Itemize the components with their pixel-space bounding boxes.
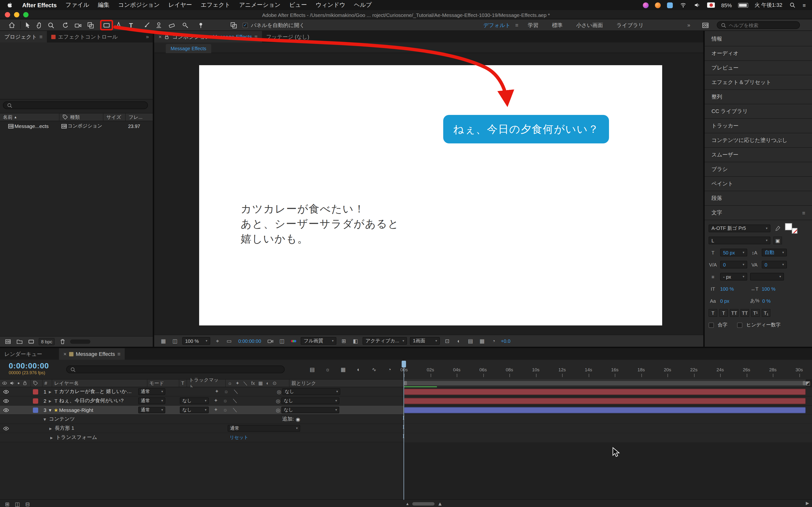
pickwhip-icon[interactable]: ◎ (275, 406, 282, 414)
hindi-digits-checkbox[interactable]: ✓ (737, 322, 743, 328)
panel-menu-icon[interactable]: ≡ (117, 351, 120, 357)
faux-style-button[interactable]: TT (741, 309, 749, 317)
close-icon[interactable]: × (158, 34, 162, 40)
pickwhip-icon[interactable]: ◎ (276, 388, 283, 395)
tracking-dropdown[interactable]: 0▾ (762, 261, 787, 269)
track-area[interactable]: I I I ◩ (404, 379, 812, 499)
faux-style-button[interactable]: T¹ (751, 309, 760, 317)
expand-layer-switches-icon[interactable]: ⊞ (4, 500, 11, 507)
col-name[interactable]: 名前▴ (0, 113, 59, 121)
col-mode[interactable]: モード (147, 380, 179, 387)
timeline-search-input[interactable] (78, 367, 281, 372)
viewer-area[interactable]: ねぇ、今日の夕食何がいい？ カツカレーが食べたい！あと、シーザーサラダがあると嬉… (154, 53, 703, 335)
panel-menu-icon[interactable]: ≡ (802, 210, 805, 216)
pen-tool-icon[interactable] (113, 20, 124, 30)
baseline-shift-value[interactable]: 0 px (720, 298, 747, 303)
twirl-icon[interactable]: ▸ (50, 435, 53, 440)
menubar-item[interactable]: ファイル (65, 1, 89, 9)
fill-color-swatch[interactable] (785, 223, 792, 230)
col-size[interactable]: サイズ (103, 113, 126, 121)
menubar-clock[interactable]: 火 午後1:32 (755, 1, 782, 9)
transform-row[interactable]: ▸ トランスフォーム リセット (0, 433, 404, 442)
playhead-line[interactable] (404, 361, 404, 500)
puppet-pin-tool-icon[interactable] (195, 20, 206, 30)
eye-icon[interactable] (2, 397, 10, 405)
twirl-icon[interactable]: ▾ (49, 407, 51, 413)
expand-transfer-controls-icon[interactable]: ◫ (14, 500, 21, 507)
panel-grid-icon[interactable] (228, 20, 239, 30)
pickwhip-icon[interactable]: ◎ (275, 397, 282, 405)
panel-header[interactable]: CC ライブラリ (705, 104, 812, 119)
bpc-button[interactable]: 8 bpc (39, 338, 55, 345)
timeline-button-icon[interactable]: ▤ (466, 337, 475, 345)
layer-switches[interactable]: ✦☼＼ (212, 388, 276, 395)
region-of-interest-icon[interactable]: ▭ (225, 337, 234, 345)
project-search[interactable] (3, 101, 148, 109)
menubar-item[interactable]: エフェクト (201, 1, 231, 9)
expand-in-out-icon[interactable]: ⊟ (24, 500, 31, 507)
minimize-window-button[interactable] (14, 12, 19, 17)
pan-behind-tool-icon[interactable] (85, 20, 96, 30)
panel-header[interactable]: トラッカー (705, 119, 812, 133)
help-search[interactable] (717, 21, 800, 29)
view-layout-dropdown[interactable]: 1画面▾ (410, 337, 440, 345)
panel-header[interactable]: 段落 (705, 191, 812, 206)
layer-switches[interactable]: ✦☼＼ (211, 397, 275, 404)
viewer-timecode[interactable]: 0:00:00:00 (238, 338, 261, 344)
vertical-scale-value[interactable]: 100 % (720, 286, 747, 291)
panel-header[interactable]: オーディオ (705, 46, 812, 61)
camera-tool-icon[interactable] (72, 20, 83, 30)
selection-tool-icon[interactable] (22, 20, 33, 30)
frame-blend-switch-icon[interactable]: ▦ (258, 381, 263, 386)
layer-row-1[interactable]: 1 ▸ T カツカレーが食...と 嬉しいかも。 通常▾ ✦☼＼ ◎ なし▾ (0, 387, 404, 396)
layer-label-color[interactable] (33, 389, 38, 394)
line-dropdown[interactable]: - px▾ (720, 273, 747, 281)
tab-composition[interactable]: × コンポジション Message Effects ≡ (154, 31, 262, 43)
panel-header[interactable]: エフェクト＆プリセット (705, 75, 812, 90)
control-center-icon[interactable]: ≡ (803, 2, 806, 8)
eraser-tool-icon[interactable] (166, 20, 177, 30)
camera-dropdown[interactable]: アクティブカ...▾ (363, 337, 407, 345)
help-search-input[interactable] (729, 22, 796, 28)
time-ruler[interactable]: 00s02s04s06s08s10s12s14s16s18s20s22s24s2… (404, 360, 812, 379)
mode-dropdown[interactable]: 通常▾ (139, 406, 165, 413)
scroll-right-icon[interactable]: ▶ (806, 501, 809, 506)
layer-row-2[interactable]: 2 ▸ T ねぇ、今日の夕食何がいい? 通常▾ なし▾ ✦☼＼ ◎ なし▾ (0, 396, 404, 406)
new-folder-icon[interactable] (15, 338, 23, 345)
project-item-row[interactable]: Message...ects コンポジション 23.97 (0, 122, 153, 130)
auto-open-panels[interactable]: ✓ パネルを自動的に開く (243, 19, 305, 31)
composition-canvas[interactable]: ねぇ、今日の夕食何がいい？ カツカレーが食べたい！あと、シーザーサラダがあると嬉… (199, 65, 662, 326)
roto-brush-tool-icon[interactable] (180, 20, 191, 30)
menubar-item[interactable]: ビュー (289, 1, 307, 9)
work-area-bar[interactable] (404, 381, 806, 385)
zoom-window-button[interactable] (23, 12, 29, 17)
eye-icon[interactable] (2, 379, 7, 387)
snapshot-camera-icon[interactable] (266, 337, 275, 345)
kerning-dropdown[interactable]: 0▾ (720, 261, 747, 269)
shape-blend-mode-dropdown[interactable]: 通常▾ (227, 425, 300, 432)
col-track-matte[interactable]: トラックマット (187, 380, 226, 387)
col-type[interactable]: 種類 (59, 113, 103, 121)
mode-dropdown[interactable]: 通常▾ (139, 388, 165, 395)
magnification-grid-icon[interactable]: ◫ (170, 337, 179, 345)
character-panel-header[interactable]: 文字 ≡ (705, 206, 812, 220)
col-frame[interactable]: フレ... (126, 113, 153, 121)
exposure-reset-icon[interactable]: ◔ (489, 337, 498, 345)
tsume-value[interactable]: 0 % (762, 298, 770, 303)
parent-dropdown[interactable]: なし▾ (283, 388, 341, 395)
rotate-tool-icon[interactable] (60, 20, 70, 30)
twirl-icon[interactable]: ▸ (49, 389, 51, 394)
wifi-icon[interactable] (679, 1, 687, 9)
layer-bar-2[interactable] (404, 398, 806, 404)
track-matte-dropdown[interactable]: なし▾ (180, 406, 209, 413)
tab-render-queue[interactable]: レンダーキュー (0, 348, 47, 360)
twirl-icon[interactable]: ▸ (49, 426, 52, 431)
fx-switch-icon[interactable]: fx (251, 381, 255, 386)
font-family-dropdown[interactable]: A-OTF 新ゴ Pr5▾ (709, 225, 770, 232)
quality-dropdown[interactable]: フル画質▾ (301, 337, 337, 345)
col-parent[interactable]: 親とリンク (290, 380, 404, 387)
close-window-button[interactable] (5, 12, 10, 17)
menubar-item[interactable]: アニメーション (239, 1, 280, 9)
tab-footage[interactable]: フッテージ (なし) (262, 31, 314, 43)
target-icon[interactable]: ⊞ (340, 337, 348, 345)
